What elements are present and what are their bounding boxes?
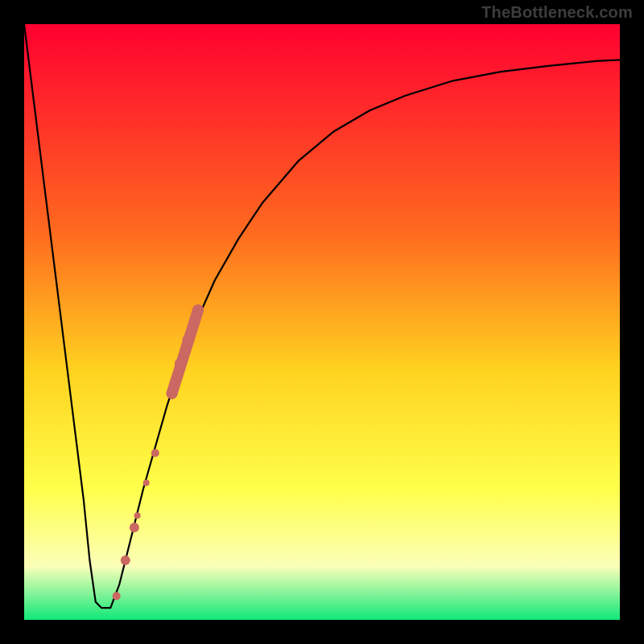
chart-container: { "watermark": "TheBottleneck.com", "col… bbox=[0, 0, 644, 644]
bottleneck-chart bbox=[0, 0, 644, 644]
marker-dot bbox=[113, 592, 121, 600]
marker-dot bbox=[175, 358, 186, 369]
marker-dot bbox=[192, 304, 204, 316]
marker-dot bbox=[151, 449, 159, 457]
marker-dot bbox=[143, 480, 150, 486]
marker-dot bbox=[121, 555, 130, 565]
plot-background bbox=[24, 24, 620, 620]
marker-dot bbox=[183, 334, 194, 345]
marker-dot bbox=[134, 513, 141, 519]
marker-dot bbox=[130, 522, 139, 532]
watermark-text: TheBottleneck.com bbox=[481, 3, 633, 22]
marker-dot bbox=[167, 388, 178, 399]
